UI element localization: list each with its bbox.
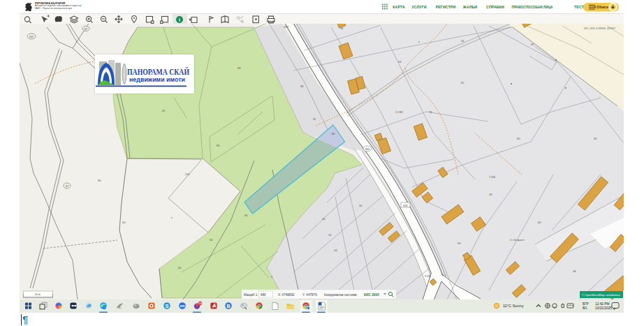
svg-text:64: 64	[122, 221, 126, 224]
svg-text:10/21/2025: 10/21/2025	[595, 306, 612, 310]
svg-text:44: 44	[489, 193, 492, 196]
svg-text:44: 44	[340, 27, 344, 30]
svg-text:КАИС - Портал за електронни ус: КАИС - Портал за електронни услуги	[35, 7, 72, 10]
svg-text:X: 4748892: X: 4748892	[278, 293, 295, 297]
svg-text:ПАНОРАМА СКАЙ: ПАНОРАМА СКАЙ	[127, 66, 189, 77]
svg-text:Мащаб 1:: Мащаб 1:	[244, 293, 258, 297]
svg-text:Координатна система:: Координатна система:	[324, 293, 358, 297]
svg-text:69: 69	[517, 137, 520, 140]
svg-text:УСЛУГИ: УСЛУГИ	[411, 5, 426, 9]
svg-text:9-335: 9-335	[425, 275, 431, 278]
svg-text:ПРАВОСПОСОБНИ ЛИЦА: ПРАВОСПОСОБНИ ЛИЦА	[512, 5, 553, 9]
svg-text:недвижими имоти: недвижими имоти	[129, 76, 185, 83]
svg-text:65: 65	[461, 81, 464, 84]
svg-text:68: 68	[237, 66, 241, 70]
svg-text:45: 45	[531, 43, 534, 46]
svg-text:54: 54	[334, 249, 337, 252]
svg-text:КИС 2005: КИС 2005	[364, 293, 379, 297]
svg-text:63: 63	[398, 60, 402, 64]
svg-text:РЕГИСТРИ: РЕГИСТРИ	[436, 5, 456, 9]
svg-text:686: 686	[261, 293, 266, 297]
svg-text:255: 255	[185, 172, 190, 176]
svg-text:76: 76	[429, 110, 432, 114]
svg-text:80: 80	[332, 132, 335, 135]
svg-text:632: 632	[403, 204, 408, 207]
svg-text:50: 50	[328, 233, 332, 237]
svg-text:S: S	[165, 303, 168, 309]
svg-text:66: 66	[244, 214, 248, 217]
svg-text:90: 90	[313, 118, 316, 121]
svg-text:67: 67	[85, 27, 88, 31]
svg-text:0 Обекти: 0 Обекти	[594, 5, 609, 9]
svg-text:10: 10	[198, 302, 202, 305]
svg-text:СПРАВКИ: СПРАВКИ	[486, 5, 504, 9]
svg-text:80: 80	[98, 179, 101, 182]
svg-text:20 m: 20 m	[35, 293, 41, 296]
svg-text:44: 44	[359, 204, 363, 207]
svg-text:60: 60	[178, 266, 182, 269]
svg-text:44: 44	[461, 39, 464, 43]
svg-text:401: 401	[365, 147, 370, 151]
svg-text:66: 66	[300, 84, 304, 88]
svg-text:ТЕСТ: ТЕСТ	[574, 5, 585, 9]
svg-text:i: i	[179, 17, 180, 22]
svg-text:Т-336: Т-336	[489, 176, 495, 179]
svg-text:БГР: БГР	[583, 302, 589, 306]
svg-text:12:42 PM: 12:42 PM	[595, 302, 610, 306]
svg-text:КАРТА: КАРТА	[393, 5, 405, 9]
svg-text:6927: 6927	[284, 26, 289, 29]
svg-text:64: 64	[210, 238, 213, 242]
svg-text:37: 37	[66, 184, 69, 188]
svg-text:1-538: 1-538	[395, 110, 403, 114]
svg-text:© OpenStreetMap contributors.: © OpenStreetMap contributors.	[582, 293, 620, 297]
svg-text:BG: BG	[583, 306, 587, 310]
svg-text:КХС 2005 4748846, 447687: КХС 2005 4748846, 447687	[584, 27, 615, 30]
svg-text:48: 48	[573, 269, 576, 273]
svg-text:44: 44	[322, 217, 325, 221]
svg-text:49: 49	[594, 137, 597, 140]
svg-text:11°C Sunny: 11°C Sunny	[503, 304, 524, 308]
svg-text:69: 69	[458, 242, 461, 245]
svg-text:65: 65	[162, 109, 166, 112]
svg-text:60: 60	[538, 221, 541, 224]
svg-text:zm: zm	[180, 304, 186, 308]
svg-text:1т-СЬ факлт: 1т-СЬ факлт	[510, 239, 525, 242]
svg-text:ЖАЛБИ: ЖАЛБИ	[462, 5, 477, 9]
svg-text:207: 207	[29, 35, 34, 38]
svg-text:80: 80	[217, 144, 220, 147]
svg-text:Y: 447876: Y: 447876	[302, 293, 317, 297]
svg-text:B: B	[226, 304, 230, 309]
